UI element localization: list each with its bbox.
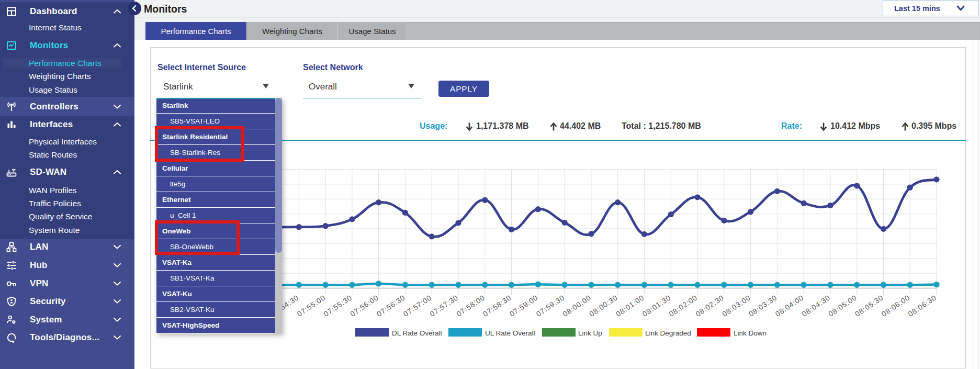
- svg-text:08:03:00: 08:03:00: [720, 293, 752, 318]
- svg-text:07:55:00: 07:55:00: [296, 293, 327, 318]
- svg-text:08:01:30: 08:01:30: [641, 293, 672, 318]
- svg-text:08:02:00: 08:02:00: [668, 293, 699, 318]
- svg-text:07:55:30: 07:55:30: [322, 293, 353, 318]
- svg-text:08:06:00: 08:06:00: [880, 293, 911, 318]
- svg-text:07:57:30: 07:57:30: [429, 293, 460, 318]
- svg-text:08:02:30: 08:02:30: [694, 293, 725, 318]
- svg-text:08:05:00: 08:05:00: [827, 293, 858, 318]
- svg-text:07:56:00: 07:56:00: [348, 293, 380, 318]
- svg-text:08:00:30: 08:00:30: [588, 293, 619, 318]
- svg-text:08:04:00: 08:04:00: [774, 293, 805, 318]
- svg-text:08:04:30: 08:04:30: [800, 293, 831, 318]
- svg-text:07:57:00: 07:57:00: [402, 293, 433, 318]
- svg-text:08:06:30: 08:06:30: [907, 293, 938, 318]
- svg-text:08:03:30: 08:03:30: [747, 293, 779, 318]
- svg-text:07:59:30: 07:59:30: [535, 293, 566, 318]
- svg-text:08:00:00: 08:00:00: [561, 293, 592, 318]
- svg-text:07:56:30: 07:56:30: [375, 293, 407, 318]
- svg-text:08:05:30: 08:05:30: [853, 293, 885, 318]
- svg-text:07:59:00: 07:59:00: [508, 293, 539, 318]
- svg-text:08:01:00: 08:01:00: [614, 293, 646, 318]
- svg-text:07:58:00: 07:58:00: [455, 293, 486, 318]
- svg-text:07:58:30: 07:58:30: [481, 293, 513, 318]
